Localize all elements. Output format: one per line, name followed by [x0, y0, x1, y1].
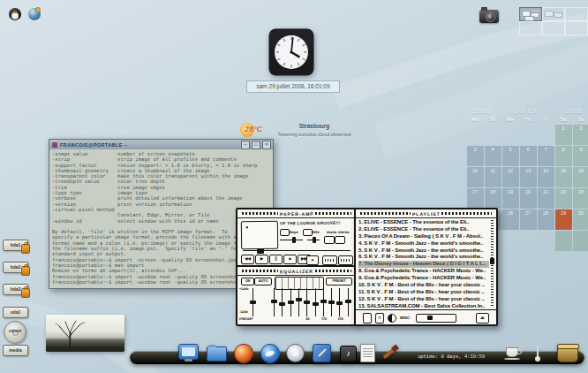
paint-tools-icon[interactable] [381, 344, 400, 361]
tux-penguin-icon[interactable] [9, 8, 21, 20]
stop-button[interactable]: ■ [283, 255, 297, 264]
playlist-track[interactable]: 12. S K V . F M - Best of the 80s - hear… [358, 296, 489, 303]
calendar-day-11: 11 [485, 167, 501, 187]
pager-desktop-1[interactable] [519, 7, 542, 21]
playlist-eject-button[interactable]: ⏏ [476, 313, 489, 324]
player-visualizer-display[interactable] [241, 221, 278, 250]
add-file-button[interactable] [363, 313, 372, 324]
calendar-dayname: Fr [537, 117, 554, 122]
eq-auto-button[interactable]: AUTO [254, 278, 272, 285]
maximize-button[interactable]: □ [252, 141, 260, 149]
device-icon-hda2[interactable]: hda2 [3, 262, 28, 273]
playlist-slider[interactable] [416, 314, 456, 323]
eq-band-slider-12K[interactable]: 12K [328, 288, 335, 316]
playlist-track[interactable]: 6. S K V . F M - Smooth Jazz - the world… [358, 254, 489, 261]
playlist-track[interactable]: 5. S K V . F M - Smooth Jazz - the world… [358, 247, 489, 255]
repeat-button[interactable] [338, 255, 353, 265]
pager-desktop-5[interactable] [542, 21, 565, 35]
minimize-button[interactable]: − [241, 141, 250, 149]
playlist-toggle-button[interactable] [335, 236, 345, 244]
pager-desktop-3[interactable] [565, 7, 588, 21]
document-page-icon[interactable] [360, 344, 375, 362]
remove-file-button[interactable]: ✕ [375, 313, 384, 324]
playlist-track[interactable]: 1. ELIVE - ESSENCE - The essence of the … [358, 219, 489, 226]
eq-preset-button[interactable]: PRESET [326, 278, 352, 285]
globe-app-icon[interactable] [28, 8, 41, 20]
mono-label: mono [327, 230, 336, 234]
mail-bird-icon[interactable] [260, 344, 280, 363]
misc-button[interactable]: MISC [400, 316, 410, 320]
web-browser-globe-icon[interactable] [234, 344, 253, 363]
eq-slider-knob[interactable] [271, 300, 277, 303]
eq-band-slider-6K[interactable]: 6K [320, 288, 327, 316]
playlist-window[interactable]: PLAYLIST 1. ELIVE - ESSENCE - The essenc… [354, 208, 498, 326]
eq-slider-knob[interactable] [345, 300, 351, 303]
device-icon-sda1[interactable]: sda1 [3, 307, 28, 318]
text-editor-icon[interactable] [313, 344, 331, 362]
eq-band-slider-600[interactable]: 600 [296, 288, 302, 316]
close-button[interactable]: × [262, 141, 271, 149]
eq-slider-knob[interactable] [279, 302, 285, 306]
eq-preamp-slider[interactable] [250, 288, 256, 316]
trash-icon[interactable] [557, 346, 578, 362]
playlist-titlebar[interactable]: PLAYLIST [356, 209, 496, 218]
pager-desktop-2[interactable] [542, 7, 565, 21]
equalizer-toggle-button[interactable] [324, 236, 335, 244]
eq-band-slider-16K[interactable]: 16K [345, 288, 351, 316]
lock-icon [21, 266, 30, 276]
playlist-track[interactable]: 2. ELIVE - ESSENCE - The essence of the … [358, 226, 489, 233]
compass-orb-icon[interactable] [286, 344, 305, 362]
volume-knob[interactable] [292, 237, 296, 243]
eject-button[interactable]: ▲ [306, 255, 319, 265]
volume-slider[interactable] [280, 240, 303, 240]
eq-band-slider-60[interactable]: 60 [271, 288, 277, 316]
screenshot-camera-icon[interactable] [479, 10, 499, 23]
playlist-track[interactable]: 8. Goa & Psychedelic Trance - HACKER Mus… [358, 268, 489, 275]
position-knob[interactable] [257, 248, 264, 254]
eq-slider-knob[interactable] [320, 300, 327, 303]
terminal-monitor-icon[interactable] [178, 344, 199, 360]
workspace-pager[interactable] [519, 7, 588, 35]
device-icon-media[interactable]: media [3, 345, 28, 356]
playlist-track[interactable]: 9. Goa & Psychedelic Trance - HACKER Mus… [358, 275, 489, 282]
eq-slider-knob[interactable] [336, 301, 343, 305]
balance-knob[interactable] [313, 237, 316, 243]
equalizer-window[interactable]: EQUALIZER ON AUTO PRESET +12db -12db PRE… [236, 265, 358, 326]
device-icon-cdrom[interactable]: cdrom [4, 321, 26, 344]
eq-on-button[interactable]: ON [241, 278, 254, 285]
calendar-dayname: Su [572, 117, 588, 122]
coffee-cup-icon[interactable] [506, 347, 518, 357]
eq-slider-knob[interactable] [288, 301, 294, 304]
equalizer-titlebar[interactable]: EQUALIZER [237, 267, 356, 276]
player-titlebar[interactable]: PAPER-AMP [237, 209, 356, 218]
music-note-box-icon[interactable] [340, 346, 357, 362]
eq-band-slider-170[interactable]: 170 [279, 288, 285, 316]
terminal-titlebar[interactable]: FRANCOIS@PORTABLE ~ − □ × [49, 140, 273, 149]
eq-band-slider-3K[interactable]: 3K [313, 288, 319, 316]
playlist-track[interactable]: 4. S K V . F M - Smooth Jazz - the world… [358, 240, 489, 247]
playlist-scrollbar-knob[interactable] [490, 258, 494, 264]
previous-button[interactable]: ◀◀ [241, 255, 254, 264]
eq-slider-knob[interactable] [250, 301, 256, 304]
playlist-track[interactable]: 7. The Disney House - Heaven Deux ( D I … [358, 261, 489, 268]
eq-band-slider-310[interactable]: 310 [288, 288, 294, 316]
shuffle-button[interactable] [322, 255, 337, 265]
eq-slider-knob[interactable] [328, 301, 335, 304]
file-manager-folder-icon[interactable] [207, 346, 227, 362]
device-icon-hda1[interactable]: hda1 [3, 240, 28, 251]
eq-band-slider-14K[interactable]: 14K [336, 288, 343, 316]
eq-slider-knob[interactable] [296, 298, 302, 301]
eq-band-slider-1K[interactable]: 1K [304, 288, 310, 316]
select-button[interactable] [388, 314, 396, 323]
playlist-track[interactable]: 10. S K V . F M - Best of the 80s - hear… [358, 282, 489, 289]
playlist-track[interactable]: 11. S K V . F M - Best of the 80s - hear… [358, 289, 489, 296]
playlist-track[interactable]: 3. Pieces Of A Dream - Sailing ( S K V .… [358, 233, 489, 240]
pause-button[interactable]: || [269, 255, 283, 264]
eq-slider-knob[interactable] [313, 302, 319, 306]
pager-desktop-6[interactable] [565, 21, 588, 35]
device-icon-hda3[interactable]: hda3 [3, 284, 28, 295]
play-button[interactable]: ▶ [255, 255, 268, 264]
audio-player-window[interactable]: PAPER-AMP OF THE LOUNGE GROOVE!!! kbps k… [236, 208, 358, 269]
pager-desktop-4[interactable] [519, 21, 542, 35]
eq-slider-knob[interactable] [304, 301, 310, 304]
